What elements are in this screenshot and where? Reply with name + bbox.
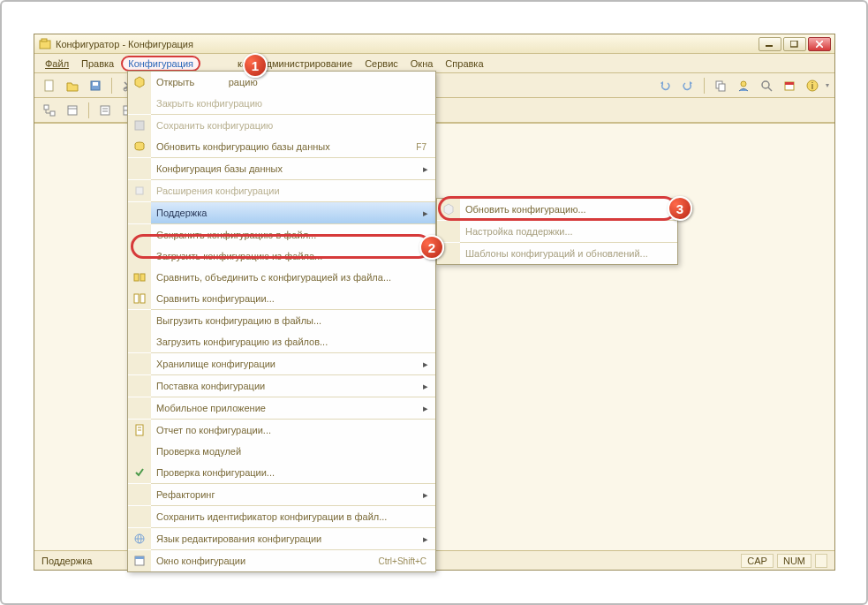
svg-rect-30 [134,274,139,281]
svg-point-11 [741,81,746,87]
svg-rect-6 [93,82,98,86]
info-icon[interactable]: i [803,76,822,95]
tree-icon[interactable] [40,101,59,120]
submenu-templates[interactable]: Шаблоны конфигураций и обновлений... [437,243,677,264]
svg-rect-32 [134,294,139,303]
menu-file[interactable]: Файл [40,57,74,71]
menu-update-db[interactable]: Обновить конфигурацию базы данных F7 [128,136,435,157]
menu-check-config[interactable]: Проверка конфигурации... [128,462,435,483]
undo-icon[interactable] [655,76,675,95]
menu-help[interactable]: Справка [440,57,488,71]
open-folder-icon[interactable] [63,76,82,95]
new-file-icon[interactable] [40,76,59,95]
extension-icon [133,185,146,197]
svg-point-12 [762,81,769,88]
status-blank [815,554,827,568]
window-title: Конфигуратор - Конфигурация [56,39,193,49]
calendar-icon[interactable] [780,76,799,95]
menu-admin[interactable]: Администрирование [254,57,358,71]
menu-service[interactable]: Сервис [359,57,404,71]
svg-rect-19 [68,106,77,115]
minimize-button[interactable] [759,37,781,51]
menu-compare[interactable]: Сравнить конфигурации... [128,288,435,309]
svg-rect-1 [42,39,47,42]
menu-refactoring[interactable]: Рефакторинг▸ [128,484,435,505]
save-icon [133,119,146,132]
menu-support[interactable]: Поддержка▸ [128,202,435,223]
window-icon [133,555,146,567]
menu-report[interactable]: Отчет по конфигурации... [128,420,435,441]
menu-export-files[interactable]: Выгрузить конфигурацию в файлы... [128,310,435,331]
menu-debug[interactable]: ка [232,57,253,71]
app-icon [38,37,52,51]
menu-edit[interactable]: Правка [76,57,119,71]
svg-rect-29 [136,187,143,194]
check-icon [133,466,146,479]
report-icon [133,424,146,436]
globe-icon [133,533,146,545]
menu-close-config: Закрыть конфигурацию [128,93,435,114]
menu-windows[interactable]: Окна [405,57,439,71]
copy-icon[interactable] [711,76,730,95]
menu-save-id[interactable]: Сохранить идентификатор конфигурации в ф… [128,506,435,527]
menu-load-from-file[interactable]: Загрузить конфигурацию из файла... [128,246,435,267]
svg-text:i: i [811,80,813,91]
status-cap: CAP [741,554,774,568]
titlebar: Конфигуратор - Конфигурация [34,34,834,54]
svg-rect-31 [140,274,145,281]
menu-open-config[interactable]: Открытьxxxxxxxрацию [128,72,435,93]
maximize-button[interactable] [783,37,806,51]
list-icon[interactable] [95,101,115,120]
menu-check-modules[interactable]: Проверка модулей [128,441,435,462]
menu-repository[interactable]: Хранилище конфигурации▸ [128,353,435,374]
support-submenu: Обновить конфигурацию... Настройка подде… [436,198,678,265]
menu-save-to-file[interactable]: Сохранить конфигурацию в файл... [128,224,435,246]
update-icon [442,203,455,216]
user-icon[interactable] [734,76,753,95]
svg-rect-21 [101,106,109,115]
svg-rect-41 [135,556,144,559]
svg-rect-17 [44,105,49,110]
save-icon[interactable] [86,76,105,95]
cube-icon [133,76,146,88]
compare-merge-icon [133,271,146,284]
redo-icon[interactable] [678,76,698,95]
menu-delivery[interactable]: Поставка конфигурации▸ [128,375,435,397]
submenu-update-config[interactable]: Обновить конфигурацию... [437,199,677,220]
status-hint: Поддержка [42,556,92,566]
menu-import-files[interactable]: Загрузить конфигурацию из файлов... [128,331,435,352]
menu-db-config[interactable]: Конфигурация базы данных▸ [128,158,435,179]
svg-rect-3 [790,41,797,47]
svg-rect-18 [50,111,55,116]
svg-rect-10 [719,84,725,91]
menu-configuration[interactable]: Конфигурация [121,56,200,72]
configuration-dropdown: Открытьxxxxxxxрацию Закрыть конфигурацию… [127,71,436,572]
menu-compare-merge[interactable]: Сравнить, объединить с конфигурацией из … [128,267,435,288]
status-num: NUM [777,554,811,568]
svg-rect-27 [135,121,144,130]
svg-rect-2 [766,45,773,47]
compare-icon [133,292,146,305]
menu-config-window[interactable]: Окно конфигурации Ctrl+Shift+C [128,550,435,571]
search-icon[interactable] [757,76,776,95]
menu-extensions: Расширения конфигурации [128,180,435,201]
svg-rect-14 [785,82,794,85]
svg-rect-33 [140,294,145,303]
close-button[interactable] [808,37,831,51]
form-icon[interactable] [63,101,82,120]
svg-rect-4 [45,80,53,91]
menu-edit-lang[interactable]: Язык редактирования конфигурации▸ [128,528,435,549]
db-refresh-icon [133,140,146,153]
submenu-support-settings[interactable]: Настройка поддержки... [437,221,677,242]
menu-save-config: Сохранить конфигурацию [128,115,435,136]
menu-mobile[interactable]: Мобильное приложение▸ [128,397,435,419]
